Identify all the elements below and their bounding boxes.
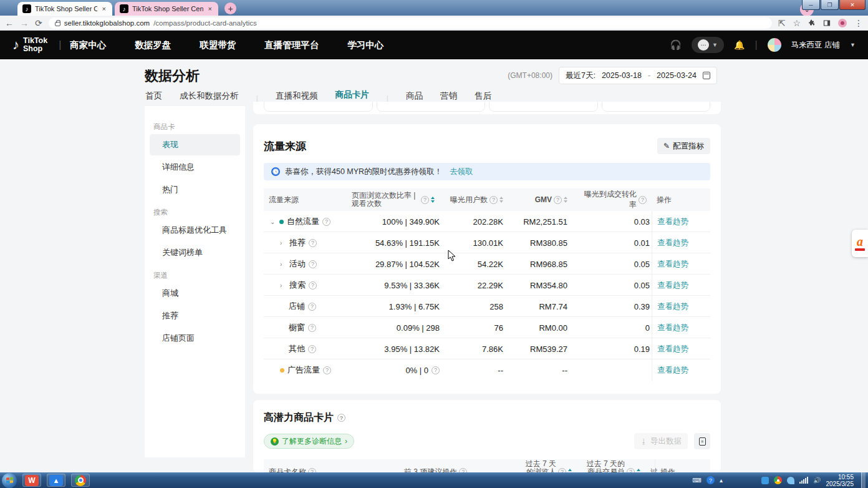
- wangwang-float-widget[interactable]: a: [852, 230, 868, 257]
- maximize-button[interactable]: ❐: [821, 0, 839, 10]
- chat-pill-button[interactable]: ⋯ ▼: [692, 37, 724, 53]
- new-tab-button[interactable]: +: [224, 2, 236, 14]
- help-icon[interactable]: ?: [337, 414, 345, 422]
- view-trend-link[interactable]: 查看趋势: [657, 365, 688, 376]
- help-icon[interactable]: ?: [308, 303, 316, 311]
- nav-item-learning-center[interactable]: 学习中心: [347, 39, 383, 51]
- view-trend-link[interactable]: 查看趋势: [657, 344, 688, 354]
- help-icon[interactable]: ?: [639, 196, 647, 204]
- taskbar-clock[interactable]: 10:55 2025/3/25: [826, 474, 857, 487]
- stat-box: [264, 102, 373, 112]
- tray-app-icon[interactable]: [761, 477, 769, 484]
- help-icon[interactable]: ?: [421, 196, 429, 204]
- chrome-taskbar-icon[interactable]: [71, 474, 90, 487]
- sidebar-item-keyword-ranking[interactable]: 关键词榜单: [150, 242, 240, 263]
- tiktok-shop-logo[interactable]: ♪ TikTok Shop: [12, 37, 47, 53]
- tray-chrome-icon[interactable]: [774, 476, 782, 484]
- url-input[interactable]: seller.tiktokglobalshop.com/compass/prod…: [49, 17, 772, 29]
- help-icon[interactable]: ?: [554, 196, 562, 204]
- show-desktop-button[interactable]: [861, 472, 866, 488]
- chevron-right-icon[interactable]: ›: [280, 282, 286, 289]
- share-icon[interactable]: ⇱: [778, 19, 786, 27]
- tab-home[interactable]: 首页: [145, 90, 162, 107]
- col-users[interactable]: 曝光用户数 ?: [445, 195, 508, 205]
- help-icon[interactable]: ?: [308, 324, 316, 332]
- reload-icon[interactable]: ⟳: [35, 19, 42, 27]
- browser-tab-1[interactable]: ♪ TikTok Shop Seller Center | Cr ×: [17, 2, 112, 16]
- sidebar-item-shop-page[interactable]: 店铺页面: [150, 328, 240, 349]
- configure-metrics-button[interactable]: ✎ 配置指标: [657, 138, 710, 154]
- sort-icon[interactable]: [431, 197, 435, 203]
- sidebar-item-recommend[interactable]: 推荐: [150, 305, 240, 326]
- docs-taskbar-icon[interactable]: ▲: [47, 474, 65, 487]
- browser-profile-avatar[interactable]: [838, 19, 847, 27]
- view-trend-link[interactable]: 查看趋势: [657, 238, 688, 248]
- column-settings-button[interactable]: ≡: [694, 433, 710, 449]
- date-range-picker[interactable]: 最近7天: 2025-03-18 - 2025-03-24: [559, 67, 717, 84]
- help-icon[interactable]: ?: [309, 260, 317, 268]
- volume-icon[interactable]: 🔊: [813, 477, 821, 484]
- learn-more-pill[interactable]: 💡 了解更多诊断信息 ›: [264, 434, 354, 449]
- tray-expand-icon[interactable]: ▴: [720, 477, 723, 484]
- view-trend-link[interactable]: 查看趋势: [657, 301, 688, 312]
- view-trend-link[interactable]: 查看趋势: [657, 217, 688, 227]
- help-icon[interactable]: ?: [459, 468, 467, 473]
- help-icon[interactable]: ?: [308, 468, 316, 473]
- nav-item-affiliate[interactable]: 联盟带货: [200, 39, 236, 51]
- view-trend-link[interactable]: 查看趋势: [657, 259, 688, 270]
- col-gmv[interactable]: GMV ?: [508, 195, 572, 204]
- close-tab-icon[interactable]: ×: [207, 5, 213, 12]
- help-icon[interactable]: ?: [309, 281, 317, 290]
- forward-icon[interactable]: →: [20, 19, 29, 27]
- bookmark-star-icon[interactable]: ☆: [793, 19, 801, 27]
- minimize-button[interactable]: ─: [802, 0, 820, 10]
- chevron-right-icon[interactable]: ›: [280, 261, 286, 268]
- keyboard-icon[interactable]: ⌨: [693, 477, 702, 484]
- sidebar-item-mall[interactable]: 商城: [150, 283, 240, 304]
- help-icon[interactable]: ?: [627, 468, 635, 473]
- help-tray-icon[interactable]: ?: [706, 476, 715, 484]
- tray-cloud-icon[interactable]: [787, 477, 794, 484]
- nav-item-data-compass[interactable]: 数据罗盘: [135, 39, 171, 51]
- help-icon[interactable]: ?: [489, 196, 498, 204]
- tab-growth-analytics[interactable]: 成长和数据分析: [180, 90, 239, 107]
- close-tab-icon[interactable]: ×: [101, 5, 107, 12]
- col-ratio[interactable]: 页面浏览次数比率 | 观看次数 ?: [347, 192, 445, 208]
- view-trend-link[interactable]: 查看趋势: [657, 323, 688, 333]
- close-window-button[interactable]: ✕: [839, 0, 866, 10]
- start-button[interactable]: [2, 473, 17, 488]
- chevron-right-icon[interactable]: ›: [280, 240, 286, 246]
- sort-icon[interactable]: [499, 197, 503, 203]
- extensions-icon[interactable]: [808, 19, 816, 27]
- help-icon[interactable]: ?: [308, 345, 316, 353]
- col-cvr[interactable]: 曝光到成交转化率 ?: [572, 189, 652, 210]
- store-name[interactable]: 马来西亚 店铺: [791, 40, 840, 51]
- menu-dots-icon[interactable]: ⋮: [854, 19, 863, 27]
- store-avatar[interactable]: [768, 38, 781, 52]
- browser-tab-2[interactable]: ♪ TikTok Shop Seller Center | Cr ×: [115, 2, 218, 16]
- sidebar-item-performance[interactable]: 表现: [150, 134, 240, 155]
- sidebar-item-title-optimizer[interactable]: 商品标题优化工具: [150, 220, 240, 241]
- wps-taskbar-icon[interactable]: W: [22, 474, 41, 487]
- export-data-button[interactable]: ⭳ 导出数据: [634, 433, 688, 449]
- nav-item-live-platform[interactable]: 直播管理平台: [264, 39, 319, 51]
- bell-icon[interactable]: 🔔: [734, 40, 745, 50]
- sort-icon[interactable]: [564, 197, 567, 203]
- col-gmv-7d[interactable]: 过去 7 天的商品交易总额 ?: [577, 460, 645, 473]
- help-icon[interactable]: ?: [432, 366, 440, 374]
- sidebar-item-trending[interactable]: 热门: [150, 179, 240, 200]
- nav-item-seller-center[interactable]: 商家中心: [70, 39, 106, 51]
- help-icon[interactable]: ?: [558, 468, 566, 473]
- claim-coupon-link[interactable]: 去领取: [450, 167, 473, 177]
- sidebar-icon[interactable]: [823, 19, 831, 27]
- chevron-down-icon[interactable]: ⌄: [270, 218, 276, 225]
- back-icon[interactable]: ←: [5, 19, 14, 27]
- view-trend-link[interactable]: 查看趋势: [657, 280, 688, 291]
- sidebar-item-details[interactable]: 详细信息: [150, 157, 240, 178]
- col-views-7d[interactable]: 过去 7 天的浏览人数 ?: [518, 460, 577, 473]
- help-icon[interactable]: ?: [322, 218, 330, 226]
- headset-icon[interactable]: 🎧: [670, 39, 682, 51]
- help-icon[interactable]: ?: [323, 366, 331, 374]
- help-icon[interactable]: ?: [309, 239, 317, 247]
- network-icon[interactable]: [799, 477, 808, 484]
